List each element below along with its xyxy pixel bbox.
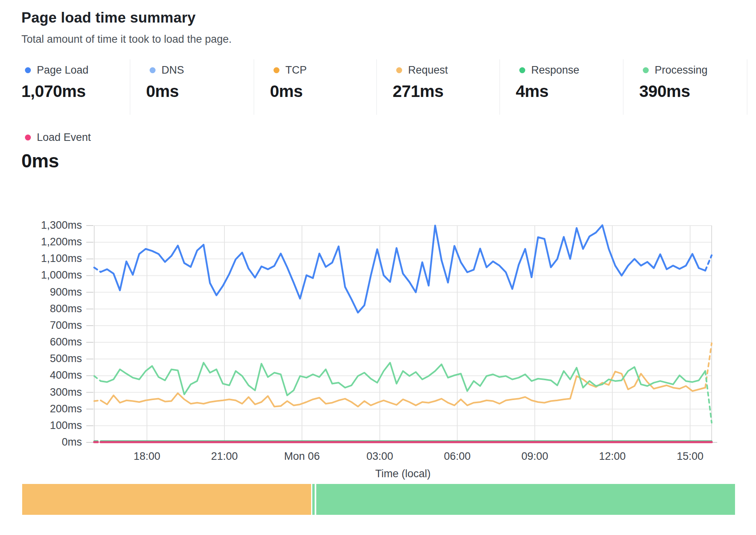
x-tick-label: 06:00 <box>444 450 471 462</box>
stat-value: 0ms <box>21 150 91 172</box>
series-line-processing <box>101 363 705 396</box>
stat-label: Load Event <box>37 131 91 144</box>
y-tick-label: 1,200ms <box>41 236 82 248</box>
y-tick-label: 1,000ms <box>41 269 82 281</box>
legend-dot <box>519 67 525 73</box>
stat-label: Request <box>408 64 448 76</box>
page-subtitle: Total amount of time it took to load the… <box>21 33 232 46</box>
y-tick-label: 900ms <box>50 286 82 298</box>
y-tick-label: 700ms <box>50 319 82 331</box>
x-tick-label: Mon 06 <box>284 450 320 462</box>
y-tick-label: 100ms <box>50 419 82 431</box>
series-line-page-load-dashed <box>705 255 712 271</box>
series-line-page-load-dashed <box>94 268 101 272</box>
y-tick-label: 1,100ms <box>41 252 82 264</box>
stat-dns: DNS0ms <box>130 59 254 115</box>
stat-value: 271ms <box>393 82 500 101</box>
x-tick-label: 15:00 <box>677 450 704 462</box>
stat-label: Page Load <box>37 64 89 76</box>
y-tick-label: 800ms <box>50 303 82 315</box>
series-line-processing-dashed <box>94 376 101 381</box>
stat-response: Response4ms <box>500 59 623 115</box>
x-tick-label: 09:00 <box>521 450 548 462</box>
stat-load-event: Load Event 0ms <box>21 131 91 172</box>
stat-page-load: Page Load1,070ms <box>21 59 130 115</box>
stat-tcp: TCP0ms <box>254 59 377 115</box>
status-bar-segment-operational[interactable] <box>316 484 735 515</box>
status-bar-segment-degraded[interactable] <box>22 484 311 515</box>
legend-dot <box>396 67 402 73</box>
y-tick-label: 0ms <box>62 436 82 448</box>
stat-label: Processing <box>655 64 708 76</box>
stat-label: TCP <box>285 64 307 76</box>
series-line-request <box>101 372 705 407</box>
x-tick-label: 18:00 <box>133 450 160 462</box>
stat-value: 0ms <box>270 82 376 101</box>
page-load-summary-panel: { "header": { "title": "Page load time s… <box>0 0 756 535</box>
stat-value: 390ms <box>639 82 747 101</box>
y-tick-label: 500ms <box>50 353 82 364</box>
stat-label: Response <box>531 64 579 76</box>
status-timeline-bar[interactable] <box>22 484 735 515</box>
legend-dot <box>150 67 156 73</box>
load-event-legend-dot <box>25 135 31 140</box>
stat-request: Request271ms <box>377 59 500 115</box>
stat-value: 0ms <box>146 82 254 101</box>
x-tick-label: 12:00 <box>599 450 626 462</box>
legend-dot <box>643 67 649 73</box>
legend-dot <box>274 67 279 73</box>
y-tick-label: 400ms <box>50 369 82 381</box>
series-line-processing-dashed <box>705 371 712 423</box>
x-tick-label: 03:00 <box>367 450 393 462</box>
y-tick-label: 200ms <box>50 403 82 415</box>
stat-value: 4ms <box>516 82 623 101</box>
y-tick-label: 1,300ms <box>41 219 82 231</box>
stat-value: 1,070ms <box>21 82 130 101</box>
x-tick-label: 21:00 <box>211 450 238 462</box>
stat-processing: Processing390ms <box>623 59 747 115</box>
y-tick-label: 300ms <box>50 386 82 398</box>
series-line-request-dashed <box>94 400 101 401</box>
y-tick-label: 600ms <box>50 336 82 348</box>
page-title: Page load time summary <box>21 9 196 26</box>
x-axis-title: Time (local) <box>375 468 431 480</box>
legend-dot <box>25 67 31 73</box>
series-line-page-load <box>101 225 705 313</box>
page-load-time-chart[interactable]: 0ms100ms200ms300ms400ms500ms600ms700ms80… <box>0 174 756 483</box>
legend-stats-row: Page Load1,070msDNS0msTCP0msRequest271ms… <box>21 59 747 115</box>
stat-label: DNS <box>161 64 184 76</box>
